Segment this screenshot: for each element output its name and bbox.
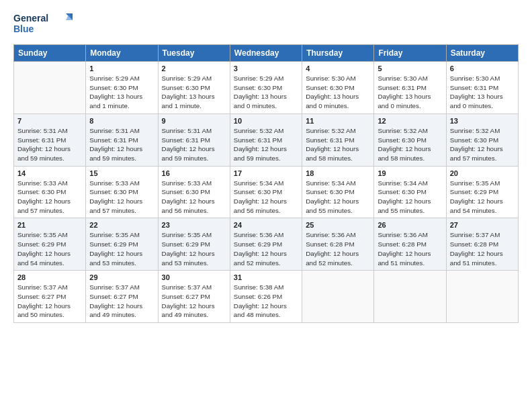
sunset-label: Sunset: 6:31 PM: [17, 136, 66, 144]
day-info: Sunrise: 5:36 AM Sunset: 6:28 PM Dayligh…: [306, 230, 370, 267]
calendar-day-cell: 2 Sunrise: 5:29 AM Sunset: 6:30 PM Dayli…: [158, 62, 230, 114]
sunset-label: Sunset: 6:30 PM: [378, 136, 426, 144]
daylight-label: Daylight: 12 hours and 54 minutes.: [450, 197, 503, 214]
sunset-label: Sunset: 6:30 PM: [378, 188, 426, 195]
sunset-label: Sunset: 6:31 PM: [89, 136, 138, 144]
calendar-week-row: 21 Sunrise: 5:35 AM Sunset: 6:29 PM Dayl…: [14, 218, 519, 271]
day-info: Sunrise: 5:32 AM Sunset: 6:30 PM Dayligh…: [450, 126, 515, 163]
sunset-label: Sunset: 6:30 PM: [89, 188, 138, 195]
day-number: 30: [162, 273, 226, 281]
day-number: 4: [306, 64, 370, 73]
sunrise-label: Sunrise: 5:34 AM: [306, 179, 356, 187]
daylight-label: Daylight: 12 hours and 49 minutes.: [89, 302, 142, 319]
day-info: Sunrise: 5:31 AM Sunset: 6:31 PM Dayligh…: [17, 126, 82, 163]
day-number: 15: [89, 169, 154, 177]
sunset-label: Sunset: 6:30 PM: [162, 84, 210, 91]
sunset-label: Sunset: 6:29 PM: [89, 240, 138, 248]
sunrise-label: Sunrise: 5:29 AM: [234, 75, 284, 82]
calendar-day-cell: 16 Sunrise: 5:33 AM Sunset: 6:30 PM Dayl…: [158, 166, 230, 218]
daylight-label: Daylight: 13 hours and 1 minute.: [162, 93, 215, 109]
calendar-day-cell: 3 Sunrise: 5:29 AM Sunset: 6:30 PM Dayli…: [230, 62, 302, 114]
sunset-label: Sunset: 6:28 PM: [378, 240, 426, 248]
calendar-day-cell: 22 Sunrise: 5:35 AM Sunset: 6:29 PM Dayl…: [86, 218, 158, 271]
sunrise-label: Sunrise: 5:34 AM: [378, 179, 428, 187]
weekday-header-saturday: Saturday: [446, 45, 518, 62]
sunset-label: Sunset: 6:30 PM: [450, 136, 498, 144]
day-info: Sunrise: 5:36 AM Sunset: 6:29 PM Dayligh…: [234, 230, 298, 267]
daylight-label: Daylight: 12 hours and 52 minutes.: [306, 250, 359, 267]
calendar-day-cell: 12 Sunrise: 5:32 AM Sunset: 6:30 PM Dayl…: [374, 113, 446, 166]
day-number: 3: [234, 64, 298, 73]
daylight-label: Daylight: 12 hours and 53 minutes.: [162, 250, 215, 267]
sunset-label: Sunset: 6:29 PM: [234, 240, 282, 248]
daylight-label: Daylight: 13 hours and 1 minute.: [89, 93, 142, 109]
calendar-day-cell: 17 Sunrise: 5:34 AM Sunset: 6:30 PM Dayl…: [230, 166, 302, 218]
sunset-label: Sunset: 6:31 PM: [306, 136, 354, 144]
daylight-label: Daylight: 12 hours and 59 minutes.: [17, 145, 71, 162]
daylight-label: Daylight: 13 hours and 0 minutes.: [378, 93, 431, 109]
calendar-header-row: SundayMondayTuesdayWednesdayThursdayFrid…: [14, 45, 519, 62]
sunrise-label: Sunrise: 5:32 AM: [306, 127, 356, 134]
calendar-day-cell: 25 Sunrise: 5:36 AM Sunset: 6:28 PM Dayl…: [302, 218, 374, 271]
day-number: 23: [162, 221, 226, 229]
calendar-day-cell: 13 Sunrise: 5:32 AM Sunset: 6:30 PM Dayl…: [446, 113, 518, 166]
day-number: 26: [378, 221, 442, 229]
sunset-label: Sunset: 6:28 PM: [450, 240, 498, 248]
day-number: 24: [234, 221, 298, 229]
daylight-label: Daylight: 12 hours and 53 minutes.: [89, 250, 142, 267]
day-info: Sunrise: 5:37 AM Sunset: 6:27 PM Dayligh…: [162, 283, 226, 320]
day-number: 16: [162, 169, 226, 177]
day-info: Sunrise: 5:30 AM Sunset: 6:30 PM Dayligh…: [306, 74, 370, 111]
weekday-header-friday: Friday: [374, 45, 446, 62]
daylight-label: Daylight: 12 hours and 56 minutes.: [162, 197, 215, 214]
daylight-label: Daylight: 12 hours and 56 minutes.: [234, 197, 287, 214]
day-info: Sunrise: 5:37 AM Sunset: 6:27 PM Dayligh…: [89, 283, 154, 320]
day-number: 1: [89, 64, 154, 73]
sunset-label: Sunset: 6:27 PM: [89, 293, 138, 300]
day-info: Sunrise: 5:33 AM Sunset: 6:30 PM Dayligh…: [89, 179, 154, 216]
day-number: 11: [306, 117, 370, 125]
daylight-label: Daylight: 12 hours and 52 minutes.: [234, 250, 287, 267]
day-number: 10: [234, 117, 298, 125]
daylight-label: Daylight: 13 hours and 0 minutes.: [306, 93, 359, 109]
day-info: Sunrise: 5:31 AM Sunset: 6:31 PM Dayligh…: [89, 126, 154, 163]
sunset-label: Sunset: 6:31 PM: [234, 136, 282, 144]
svg-text:General: General: [13, 13, 48, 24]
calendar-day-cell: 26 Sunrise: 5:36 AM Sunset: 6:28 PM Dayl…: [374, 218, 446, 271]
day-number: 5: [378, 64, 442, 73]
calendar-day-cell: 29 Sunrise: 5:37 AM Sunset: 6:27 PM Dayl…: [86, 271, 158, 323]
sunrise-label: Sunrise: 5:35 AM: [17, 231, 68, 238]
day-number: 29: [89, 273, 154, 281]
calendar-day-cell: [446, 271, 518, 323]
daylight-label: Daylight: 12 hours and 59 minutes.: [89, 145, 142, 162]
day-info: Sunrise: 5:32 AM Sunset: 6:30 PM Dayligh…: [378, 126, 442, 163]
calendar-day-cell: 4 Sunrise: 5:30 AM Sunset: 6:30 PM Dayli…: [302, 62, 374, 114]
sunrise-label: Sunrise: 5:36 AM: [306, 231, 356, 238]
day-number: 12: [378, 117, 442, 125]
calendar-day-cell: 5 Sunrise: 5:30 AM Sunset: 6:31 PM Dayli…: [374, 62, 446, 114]
day-info: Sunrise: 5:33 AM Sunset: 6:30 PM Dayligh…: [17, 179, 82, 216]
day-info: Sunrise: 5:35 AM Sunset: 6:29 PM Dayligh…: [17, 230, 82, 267]
weekday-header-wednesday: Wednesday: [230, 45, 302, 62]
calendar-day-cell: 18 Sunrise: 5:34 AM Sunset: 6:30 PM Dayl…: [302, 166, 374, 218]
daylight-label: Daylight: 12 hours and 58 minutes.: [306, 145, 359, 162]
day-info: Sunrise: 5:35 AM Sunset: 6:29 PM Dayligh…: [162, 230, 226, 267]
day-info: Sunrise: 5:33 AM Sunset: 6:30 PM Dayligh…: [162, 179, 226, 216]
sunset-label: Sunset: 6:29 PM: [450, 188, 498, 195]
day-info: Sunrise: 5:30 AM Sunset: 6:31 PM Dayligh…: [450, 74, 515, 111]
weekday-header-monday: Monday: [86, 45, 158, 62]
daylight-label: Daylight: 12 hours and 51 minutes.: [450, 250, 503, 267]
calendar-day-cell: 10 Sunrise: 5:32 AM Sunset: 6:31 PM Dayl…: [230, 113, 302, 166]
daylight-label: Daylight: 12 hours and 49 minutes.: [162, 302, 215, 319]
sunrise-label: Sunrise: 5:33 AM: [89, 179, 140, 187]
calendar-day-cell: [302, 271, 374, 323]
sunrise-label: Sunrise: 5:37 AM: [89, 283, 140, 291]
day-number: 19: [378, 169, 442, 177]
calendar-table: SundayMondayTuesdayWednesdayThursdayFrid…: [13, 44, 519, 323]
day-number: 9: [162, 117, 226, 125]
sunrise-label: Sunrise: 5:35 AM: [89, 231, 140, 238]
sunset-label: Sunset: 6:30 PM: [17, 188, 66, 195]
daylight-label: Daylight: 12 hours and 59 minutes.: [234, 145, 287, 162]
sunrise-label: Sunrise: 5:35 AM: [450, 179, 500, 187]
calendar-day-cell: 8 Sunrise: 5:31 AM Sunset: 6:31 PM Dayli…: [86, 113, 158, 166]
